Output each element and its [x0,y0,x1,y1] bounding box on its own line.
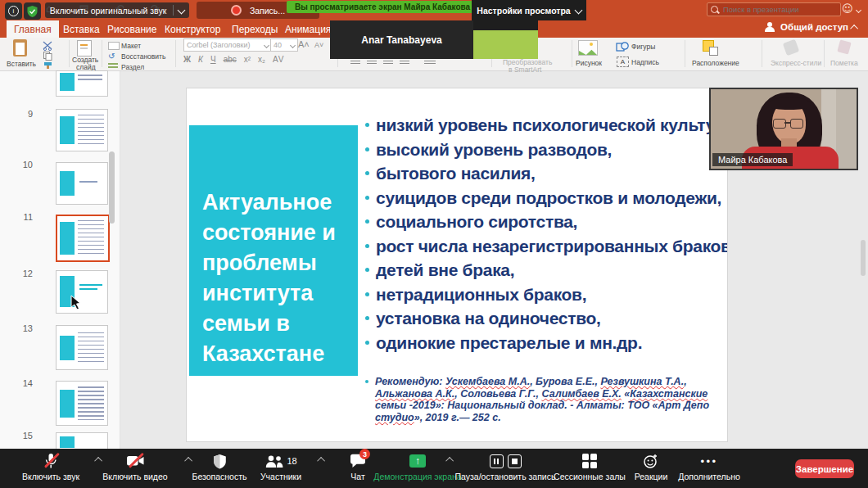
format-painter-icon[interactable] [43,61,52,70]
encryption-shield-icon[interactable] [24,2,41,20]
bullet-item: низкий уровень психологической культуры, [365,113,724,138]
thumbnail-number: 15 [16,431,33,441]
font-name-select[interactable]: Corbel (Заголовки) [183,38,272,52]
slide-canvas[interactable]: Актуальное состояние и проблемы институт… [186,88,728,442]
section-label[interactable]: Раздел [121,63,144,71]
chevron-down-icon[interactable] [178,7,186,15]
presenter-video[interactable]: Майра Кабакова [709,88,858,170]
textbox-label[interactable]: Надпись [631,58,659,66]
bullet-item: установка на одиночество, [365,306,724,331]
paste-label[interactable]: Вставить [7,60,36,68]
tab-glavnaya[interactable]: Главная [7,20,59,38]
feedback-smiley-icon[interactable]: ☺ [842,2,861,15]
arrange-label[interactable]: Расположение [692,59,739,67]
info-glyph: i [8,6,19,16]
share-button[interactable]: Общий доступ [765,22,858,32]
tab-vstavka[interactable]: Вставка [63,20,100,38]
tab-animatsiya[interactable]: Анимация [285,20,331,38]
bullet-item: бытового насилия, [365,161,724,186]
underline-button[interactable]: Ч [210,55,216,64]
bullet-item: нетрадиционных браков, [365,282,724,307]
presenter-name-label: Майра Кабакова [712,153,793,166]
pause-stop-recording-button[interactable]: Пауза/остановить запись [452,452,558,481]
copy-icon[interactable] [43,52,52,61]
italic-button[interactable]: К [198,55,203,64]
thumbnail-scrollbar[interactable] [109,151,115,224]
section-icon[interactable] [108,63,118,69]
recording-label: Запись... [250,6,285,16]
strikethrough-button[interactable]: abc [224,55,237,64]
picture-icon[interactable] [578,40,598,56]
reset-label[interactable]: Восстановить [121,52,165,61]
slide-thumbnail[interactable] [56,432,108,450]
shield-icon [213,454,227,469]
meeting-info-icon[interactable]: i [5,2,22,20]
tab-perekhody[interactable]: Переходы [232,20,278,38]
viewing-screen-banner: Вы просматриваете экран Майра Кабакова [287,1,478,13]
slide-title-box[interactable]: Актуальное состояние и проблемы институт… [189,125,358,376]
editor-scrollbar[interactable] [861,240,866,276]
bullet-item: высокий уровень разводов, [365,138,724,162]
slide-thumbnail[interactable] [56,162,108,205]
search-icon [711,6,718,13]
participants-icon [264,454,284,468]
presentation-search[interactable] [707,2,841,16]
new-slide-icon[interactable] [77,40,92,56]
video-strip-background [473,20,538,30]
bullet-item: детей вне брака, [365,258,724,282]
start-video-button[interactable]: Включить видео [90,452,180,481]
picture-label[interactable]: Рисунок [576,59,602,67]
annotate-label[interactable]: Пометка [830,59,858,67]
tab-risovanie[interactable]: Рисование [107,20,156,38]
bullet-item: суицидов среди подростков и молодежи, [365,186,724,210]
slide-thumbnail[interactable] [56,70,108,97]
smartart-label-2[interactable]: в SmartArt [509,66,541,74]
record-dot-icon [231,5,242,16]
chevron-up-icon [850,24,858,32]
thumbnail-number: 12 [16,269,33,278]
stop-recording-icon[interactable] [508,454,522,468]
participant-video-tile-2[interactable] [473,30,538,59]
search-input[interactable] [721,4,831,15]
view-settings-button[interactable]: Настройки просмотра [472,0,586,20]
slide-thumbnail[interactable] [56,270,108,314]
mouse-cursor [70,295,81,310]
textbox-icon[interactable]: А [617,56,629,67]
quick-styles-icon[interactable] [783,39,800,56]
quick-styles-label[interactable]: Экспресс-стили [771,59,821,67]
slide-thumbnail-selected[interactable] [56,215,110,262]
font-size-select[interactable]: 40 [270,38,298,52]
slide-thumbnail[interactable] [56,325,108,370]
tab-konstruktor[interactable]: Конструктор [165,20,220,38]
slide-thumbnail[interactable] [56,381,108,426]
more-dots-icon: ••• [700,455,717,468]
bullet-item: одинокие престарелые и мн.др. [365,331,724,355]
slide-footnote: Рекомендую: Ускембаева М.А., Бурова Е.Е.… [365,376,716,423]
superscript-button[interactable]: x² [244,55,251,64]
layout-label[interactable]: Макет [121,42,141,50]
character-spacing-button[interactable]: АV [273,55,283,64]
shrink-font-button[interactable]: А˅ [314,41,323,49]
slide-thumbnail[interactable] [56,109,108,151]
subscript-button[interactable]: x₂ [258,55,265,64]
pause-recording-icon[interactable] [490,454,504,468]
original-sound-button[interactable]: Включить оригинальный звук [45,2,189,18]
shield-check-glyph [27,6,38,17]
participant-video-tile[interactable]: Anar Tanabayeva [330,20,473,59]
chat-badge: 3 [359,449,370,459]
bold-button[interactable]: Ж [183,55,191,64]
shapes-label[interactable]: Фигуры [631,43,655,51]
annotate-icon[interactable] [837,39,851,54]
font-format-row: Ж К Ч abc x² x₂ АV [183,55,283,64]
paste-icon[interactable] [13,39,27,56]
layout-icon[interactable] [108,42,120,50]
shapes-icon[interactable] [616,41,629,52]
cut-icon[interactable] [43,41,52,51]
reset-icon[interactable]: ↺ [108,52,118,60]
end-meeting-button[interactable]: Завершение [795,459,854,478]
thumbnail-number: 11 [16,212,33,222]
more-button[interactable]: ••• Дополнительно [664,452,754,481]
unmute-button[interactable]: Включить звук [6,452,96,481]
arrange-icon[interactable] [703,40,719,55]
grow-font-button[interactable]: А˄ [298,39,310,49]
